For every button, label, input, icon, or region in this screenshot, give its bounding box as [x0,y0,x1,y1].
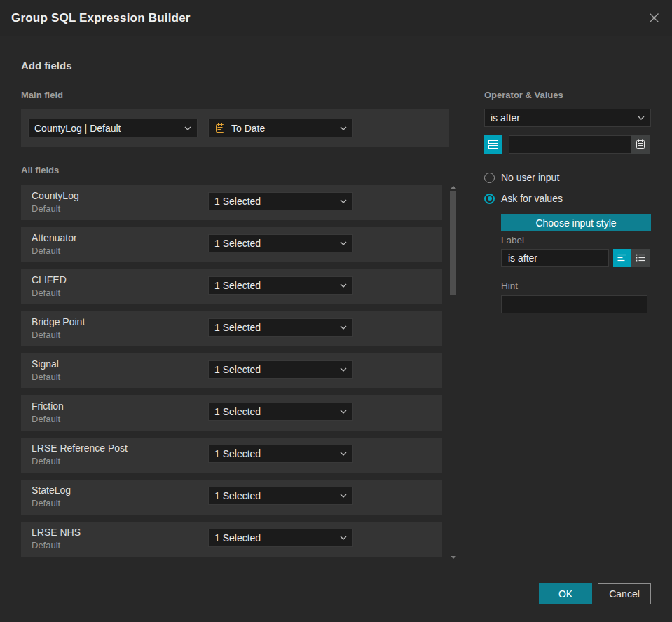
chevron-down-icon [340,241,347,245]
field-values-select[interactable]: 1 Selected [208,276,353,295]
field-subtitle: Default [32,203,60,214]
field-row: LRSE Reference Post Default 1 Selected [21,438,442,473]
field-row: Friction Default 1 Selected [21,395,442,431]
field-values-select-value: 1 Selected [214,238,261,249]
field-row: Bridge Point Default 1 Selected [21,311,442,346]
add-fields-heading: Add fields [21,60,72,72]
main-field-panel: CountyLog | Default To Date [21,109,449,147]
radio-circle [484,173,495,183]
field-values-select-value: 1 Selected [214,280,261,291]
list-style-button[interactable] [631,249,650,267]
operator-select-value: is after [491,112,520,123]
field-name: CountyLog [32,190,79,201]
chevron-down-icon [340,283,347,288]
dialog-title: Group SQL Expression Builder [11,11,191,25]
close-icon [648,12,660,24]
single-line-style-button[interactable] [613,249,631,267]
ok-button[interactable]: OK [539,583,592,604]
field-subtitle: Default [32,288,60,298]
field-subtitle: Default [32,372,60,382]
multiple-values-button[interactable] [484,135,502,154]
field-row: CLIFED Default 1 Selected [21,269,442,304]
field-name: Friction [32,400,64,412]
label-input[interactable] [501,249,609,267]
field-name: StateLog [32,485,71,496]
field-subtitle: Default [32,498,60,508]
calendar-icon [635,139,646,150]
field-row: Signal Default 1 Selected [21,353,442,388]
field-row: LRSE NHS Default 1 Selected [21,522,442,557]
field-values-select-value: 1 Selected [214,196,261,207]
radio-circle [484,194,495,204]
radio-label: Ask for values [501,193,563,204]
multiple-values-icon [488,139,499,150]
operator-values-label: Operator & Values [484,90,563,100]
align-left-icon [617,252,628,264]
main-field-type-select[interactable]: To Date [208,119,353,137]
field-name: Bridge Point [32,316,85,327]
chevron-down-icon [340,536,347,540]
field-subtitle: Default [32,414,60,424]
scrollbar-down-arrow[interactable] [451,556,456,559]
field-subtitle: Default [32,456,60,466]
scrollbar-up-arrow[interactable] [451,186,456,189]
field-name: CLIFED [32,274,67,285]
main-field-type-value: To Date [231,123,265,134]
field-values-select-value: 1 Selected [214,322,261,333]
cancel-button[interactable]: Cancel [598,583,651,604]
field-values-select[interactable]: 1 Selected [208,445,353,463]
field-name: LRSE Reference Post [32,442,128,454]
all-fields-label: All fields [21,165,59,175]
chevron-down-icon [638,116,645,120]
radio-no-user-input[interactable]: No user input [484,172,559,183]
hint-input[interactable] [501,295,647,313]
operator-select[interactable]: is after [484,109,651,127]
all-fields-list: CountyLog Default 1 Selected Attenuator … [21,185,442,564]
label-label: Label [501,235,524,245]
label-input-row [501,249,650,267]
field-subtitle: Default [32,330,60,340]
field-list-scrollbar[interactable] [450,184,456,562]
chevron-down-icon [340,367,347,372]
field-values-select[interactable]: 1 Selected [208,487,353,505]
radio-ask-for-values[interactable]: Ask for values [484,193,563,204]
field-values-select-value: 1 Selected [214,448,261,459]
value-input[interactable] [509,135,631,154]
field-values-select[interactable]: 1 Selected [208,403,353,421]
radio-label: No user input [501,172,559,183]
choose-input-style-button[interactable]: Choose input style [501,214,651,231]
field-values-select[interactable]: 1 Selected [208,318,353,337]
group-sql-expression-builder-dialog: Group SQL Expression Builder Add fields … [0,0,672,622]
field-values-select-value: 1 Selected [214,364,261,375]
field-values-select[interactable]: 1 Selected [208,234,353,252]
chevron-down-icon [340,126,347,130]
chevron-down-icon [340,452,347,456]
field-values-select[interactable]: 1 Selected [208,360,353,379]
chevron-down-icon [340,494,347,498]
close-button[interactable] [645,10,662,27]
list-icon [635,252,646,264]
dialog-header: Group SQL Expression Builder [0,0,672,36]
main-field-select-value: CountyLog | Default [34,123,121,134]
scrollbar-thumb[interactable] [450,191,456,295]
field-row: StateLog Default 1 Selected [21,480,442,515]
field-row: Attenuator Default 1 Selected [21,227,442,262]
field-values-select-value: 1 Selected [214,406,261,417]
field-values-select[interactable]: 1 Selected [208,192,353,210]
field-values-select-value: 1 Selected [214,490,261,501]
main-field-select[interactable]: CountyLog | Default [28,119,198,137]
calendar-icon [214,123,226,134]
hint-label: Hint [501,280,518,291]
field-name: Signal [32,358,59,370]
field-subtitle: Default [32,540,60,550]
chevron-down-icon [340,199,347,203]
field-row: CountyLog Default 1 Selected [21,185,442,220]
date-picker-button[interactable] [631,135,650,154]
field-values-select[interactable]: 1 Selected [208,529,353,547]
field-name: LRSE NHS [32,527,81,538]
field-values-select-value: 1 Selected [214,532,261,543]
chevron-down-icon [340,325,347,330]
chevron-down-icon [184,126,191,130]
main-field-label: Main field [21,90,63,100]
value-input-row [484,135,650,154]
